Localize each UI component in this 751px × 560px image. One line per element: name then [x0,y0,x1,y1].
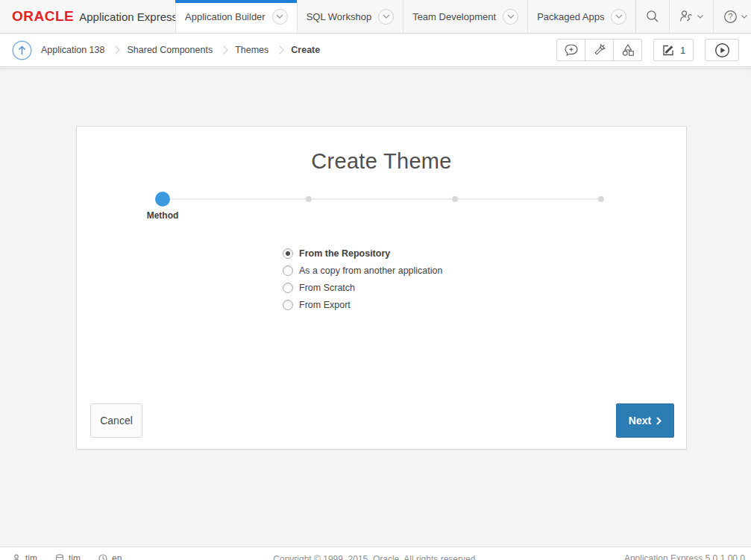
breadcrumb-create: Create [291,45,320,55]
radio-option-label: From the Repository [299,248,390,259]
page: ORACLE Application Express Application B… [0,0,751,560]
oracle-logo: ORACLE [12,8,74,25]
chevron-down-icon[interactable] [272,9,288,25]
page-toolbar: 1 [556,39,739,61]
wizard-step-dot-4 [598,196,604,202]
chevron-down-icon[interactable] [611,9,626,25]
radio-option-from-scratch[interactable]: From Scratch [283,282,442,294]
nav-icon-group: ? [635,0,751,33]
shared-components-icon [621,43,635,57]
feedback-icon [564,43,579,57]
administration-menu-button[interactable] [669,0,713,33]
tab-label: SQL Workshop [307,11,371,22]
method-radio-group: From the Repository As a copy from anoth… [283,248,442,311]
run-application-button[interactable] [705,39,739,61]
radio-unselected-icon[interactable] [283,265,293,276]
wizard-card: Create Theme Method From the Repository … [76,126,687,450]
radio-unselected-icon[interactable] [283,283,293,293]
wizard-step-dot-2 [306,196,312,202]
tab-application-builder[interactable]: Application Builder [175,0,297,33]
breadcrumb-themes[interactable]: Themes [235,45,268,55]
wizard-step-label: Method [125,210,200,221]
chevron-down-icon [697,15,703,19]
wizard-progress-line [163,198,601,200]
footer-version: Application Express 5.0.1.00.0 [624,553,745,560]
radio-option-from-repository[interactable]: From the Repository [283,248,442,259]
radio-option-copy-from-application[interactable]: As a copy from another application [283,265,442,277]
person-icon [12,554,21,560]
database-icon [55,554,64,560]
radio-option-label: From Export [299,300,351,310]
tab-label: Packaged Apps [537,11,604,22]
cancel-button[interactable]: Cancel [90,403,142,438]
chevron-down-icon [741,15,747,19]
breadcrumb: Application 138 Shared Components Themes… [41,45,320,55]
up-level-button[interactable] [12,40,32,60]
spotlight-button[interactable] [585,39,614,61]
main-content: Create Theme Method From the Repository … [0,68,751,560]
tab-label: Application Builder [185,11,265,22]
breadcrumb-separator-icon [219,45,227,54]
footer: tim tim en Copyright © 1999, 2015, Oracl… [0,547,751,560]
chevron-down-icon[interactable] [378,9,394,25]
utility-button-group [556,39,642,61]
wizard-step-dot-method [155,192,170,207]
top-nav: ORACLE Application Express Application B… [0,0,751,34]
tab-label: Team Development [412,11,496,22]
footer-schema: tim [55,553,81,560]
footer-user: tim [12,553,37,560]
radio-option-from-export[interactable]: From Export [283,299,442,311]
footer-schema-name: tim [69,553,81,560]
chevron-down-icon[interactable] [503,9,518,25]
edit-page-icon [662,43,675,57]
wizard-step-dot-3 [452,196,458,202]
feedback-button[interactable] [556,39,585,61]
shared-components-button[interactable] [613,39,642,61]
clock-icon [98,554,107,560]
radio-option-label: As a copy from another application [299,265,442,276]
search-icon [646,10,659,23]
radio-unselected-icon[interactable] [283,300,293,310]
footer-language: en [98,553,122,560]
tab-packaged-apps[interactable]: Packaged Apps [527,0,635,33]
brand: ORACLE Application Express [0,0,175,33]
breadcrumb-separator-icon [112,45,120,54]
cancel-button-label: Cancel [100,415,133,427]
tab-sql-workshop[interactable]: SQL Workshop [297,0,403,33]
next-button-label: Next [629,415,651,427]
page-title: Create Theme [77,149,686,174]
admin-wrench-icon [679,10,694,23]
radio-option-label: From Scratch [299,283,355,293]
tab-team-development[interactable]: Team Development [403,0,527,33]
breadcrumb-application[interactable]: Application 138 [41,45,104,55]
radio-selected-icon[interactable] [283,248,293,259]
footer-copyright: Copyright © 1999, 2015, Oracle. All righ… [273,554,477,560]
breadcrumb-shared-components[interactable]: Shared Components [127,45,213,55]
breadcrumb-separator-icon [276,45,284,54]
footer-user-name: tim [25,553,37,560]
edit-page-button[interactable]: 1 [653,39,694,61]
product-name: Application Express [79,10,177,23]
chevron-right-icon [656,417,662,425]
breadcrumb-bar: Application 138 Shared Components Themes… [0,34,751,67]
help-menu-button[interactable]: ? [713,0,751,33]
search-button[interactable] [636,0,669,33]
help-icon: ? [723,10,738,24]
svg-text:?: ? [729,12,733,21]
spotlight-icon [592,43,606,57]
edit-page-number: 1 [680,45,685,56]
footer-language-code: en [112,553,122,560]
next-button[interactable]: Next [616,403,674,438]
run-icon [714,43,730,58]
